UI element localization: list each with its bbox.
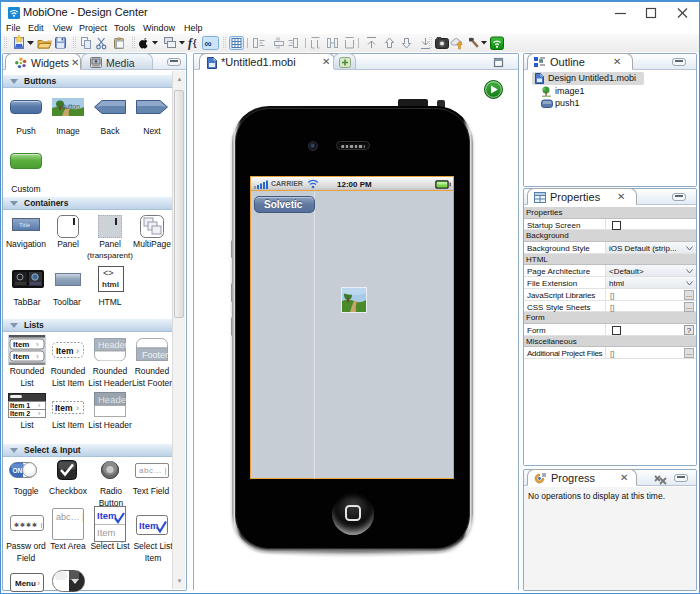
svg-text:Item: Item — [97, 510, 117, 521]
svg-text:›: › — [76, 403, 79, 413]
svg-text:Header: Header — [98, 394, 126, 405]
svg-text:{: { — [193, 38, 197, 48]
svg-text:Header: Header — [98, 340, 126, 350]
svg-text:Button: Button — [61, 103, 80, 110]
svg-text:Item 1: Item 1 — [10, 402, 30, 409]
svg-text:Item: Item — [139, 520, 159, 531]
svg-text:Item: Item — [56, 346, 74, 356]
svg-text:›: › — [36, 340, 39, 349]
svg-text:Item: Item — [97, 527, 116, 538]
svg-text:Footer: Footer — [142, 350, 168, 360]
svg-text:∞: ∞ — [205, 38, 212, 49]
svg-text:<>: <> — [103, 268, 114, 278]
svg-text:Item: Item — [13, 352, 29, 361]
svg-text:›: › — [36, 352, 39, 361]
svg-text:Item: Item — [13, 340, 29, 349]
svg-text:html: html — [102, 280, 119, 289]
svg-text:Item: Item — [55, 403, 73, 413]
svg-text:›: › — [76, 346, 79, 356]
svg-text:Item 2: Item 2 — [10, 410, 30, 417]
svg-text:ON: ON — [13, 467, 23, 474]
